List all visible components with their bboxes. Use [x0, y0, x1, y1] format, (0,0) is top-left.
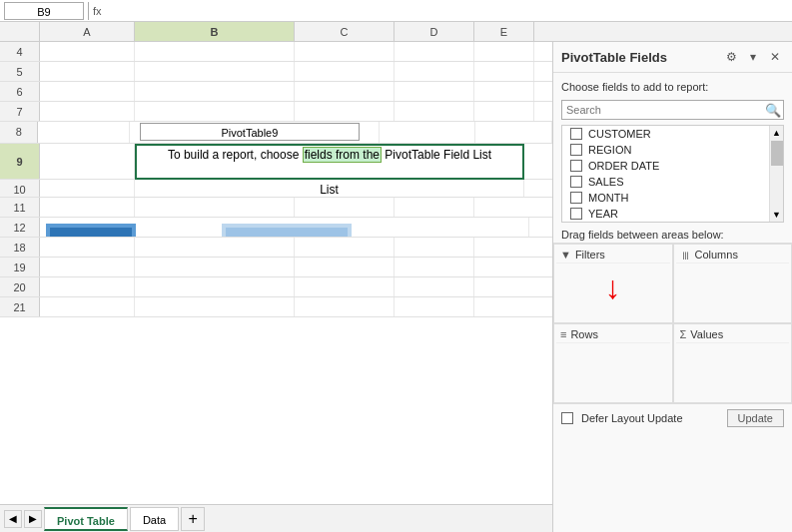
cell-d7[interactable] — [395, 102, 474, 121]
tab-pivot-table[interactable]: Pivot Table — [44, 507, 128, 531]
list-item[interactable]: MONTH — [562, 190, 769, 206]
field-checkbox[interactable] — [570, 128, 582, 140]
update-button[interactable]: Update — [727, 409, 784, 427]
cell-c7[interactable] — [295, 102, 395, 121]
cell-d8[interactable] — [475, 122, 552, 143]
cell-c4[interactable] — [295, 42, 395, 61]
cell-b7[interactable] — [135, 102, 295, 121]
cell-d20[interactable] — [395, 277, 474, 296]
cell-d5[interactable] — [395, 62, 474, 81]
illustration-pivot — [222, 224, 352, 237]
list-item[interactable]: CUSTOMER — [562, 126, 769, 142]
pivot-area-values[interactable]: Σ Values — [673, 323, 793, 403]
cell-c8[interactable] — [380, 122, 475, 143]
field-label: MONTH — [588, 192, 628, 204]
cell-c19[interactable] — [295, 258, 395, 276]
cell-b9-instruction[interactable]: To build a report, choose fields from th… — [135, 144, 524, 180]
pivot-area-values-header: Σ Values — [676, 326, 790, 343]
row-num-19: 19 — [0, 258, 40, 276]
cell-a5[interactable] — [40, 62, 135, 81]
cell-a6[interactable] — [40, 82, 135, 101]
col-header-d[interactable]: D — [395, 22, 474, 41]
pivot-close-icon[interactable]: ✕ — [766, 48, 784, 66]
scroll-up-arrow[interactable]: ▲ — [772, 126, 781, 140]
cell-a21[interactable] — [40, 297, 135, 316]
pivot-dropdown-icon[interactable]: ▾ — [744, 48, 762, 66]
cell-b10[interactable]: List — [135, 180, 524, 197]
pivot-panel-body: Choose fields to add to report: 🔍 CUSTOM… — [553, 73, 792, 532]
cell-reference[interactable]: B9 — [4, 2, 84, 20]
cell-e4[interactable] — [474, 42, 534, 61]
cell-b18[interactable] — [135, 238, 295, 257]
table-row: 7 — [0, 102, 552, 122]
pivot-panel-title: PivotTable Fields — [561, 50, 667, 65]
pivot-search-input[interactable] — [561, 100, 784, 120]
list-item[interactable]: REGION — [562, 142, 769, 158]
cell-a19[interactable] — [40, 258, 135, 276]
cell-e5[interactable] — [474, 62, 534, 81]
field-checkbox[interactable] — [570, 208, 582, 220]
field-checkbox[interactable] — [570, 176, 582, 188]
defer-checkbox[interactable] — [561, 412, 573, 424]
col-header-b[interactable]: B — [135, 22, 295, 41]
cell-d18[interactable] — [395, 238, 474, 257]
cell-c20[interactable] — [295, 277, 395, 296]
cell-c11[interactable] — [295, 198, 395, 217]
search-icon[interactable]: 🔍 — [765, 103, 781, 118]
scroll-down-arrow[interactable]: ▼ — [772, 208, 781, 222]
cell-e7[interactable] — [474, 102, 534, 121]
cell-a7[interactable] — [40, 102, 135, 121]
pivot-area-filters[interactable]: ▼ Filters ↓ — [553, 244, 673, 323]
field-checkbox[interactable] — [570, 192, 582, 204]
columns-icon: ⫼ — [680, 249, 691, 261]
cell-b5[interactable] — [135, 62, 295, 81]
cell-a4[interactable] — [40, 42, 135, 61]
cell-a8[interactable] — [38, 122, 129, 143]
cell-d6[interactable] — [395, 82, 474, 101]
cell-d21[interactable] — [395, 297, 474, 316]
col-header-c[interactable]: C — [295, 22, 395, 41]
tab-data[interactable]: Data — [130, 507, 179, 531]
formula-bar: B9 fx — [0, 0, 792, 22]
cell-a9[interactable] — [40, 144, 135, 180]
col-header-a[interactable]: A — [40, 22, 135, 41]
row-num-20: 20 — [0, 277, 40, 296]
pivot-area-rows-header: ≡ Rows — [556, 326, 670, 343]
cell-c18[interactable] — [295, 238, 395, 257]
tab-add-button[interactable]: + — [181, 507, 205, 531]
cell-a10[interactable] — [40, 180, 135, 197]
tab-scroll-right[interactable]: ▶ — [24, 510, 42, 528]
cell-a20[interactable] — [40, 277, 135, 296]
pivot-settings-icon[interactable]: ⚙ — [722, 48, 740, 66]
cell-d19[interactable] — [395, 258, 474, 276]
cell-b11[interactable] — [135, 198, 295, 217]
list-item[interactable]: SALES — [562, 174, 769, 190]
cell-a11[interactable] — [40, 198, 135, 217]
cell-a18[interactable] — [40, 238, 135, 257]
field-checkbox[interactable] — [570, 144, 582, 156]
list-item[interactable]: YEAR — [562, 206, 769, 222]
cell-c6[interactable] — [295, 82, 395, 101]
cell-b8[interactable]: PivotTable9 — [130, 122, 380, 143]
filter-icon: ▼ — [560, 249, 571, 261]
formula-input[interactable] — [108, 2, 788, 20]
cell-c21[interactable] — [295, 297, 395, 316]
fields-scrollbar[interactable]: ▲ ▼ — [769, 126, 783, 222]
cell-b4[interactable] — [135, 42, 295, 61]
cell-c5[interactable] — [295, 62, 395, 81]
table-row: 10 List — [0, 180, 552, 198]
list-item[interactable]: ORDER DATE — [562, 158, 769, 174]
col-header-e[interactable]: E — [474, 22, 534, 41]
cell-b21[interactable] — [135, 297, 295, 316]
cell-e6[interactable] — [474, 82, 534, 101]
tab-scroll-left[interactable]: ◀ — [4, 510, 22, 528]
pivot-area-rows[interactable]: ≡ Rows — [553, 323, 673, 403]
cell-d11[interactable] — [395, 198, 474, 217]
cell-b20[interactable] — [135, 277, 295, 296]
cell-b6[interactable] — [135, 82, 295, 101]
field-checkbox[interactable] — [570, 160, 582, 172]
cell-b19[interactable] — [135, 258, 295, 276]
row-num-header-corner — [0, 22, 40, 41]
pivot-area-columns[interactable]: ⫼ Columns — [673, 244, 793, 323]
cell-d4[interactable] — [395, 42, 474, 61]
